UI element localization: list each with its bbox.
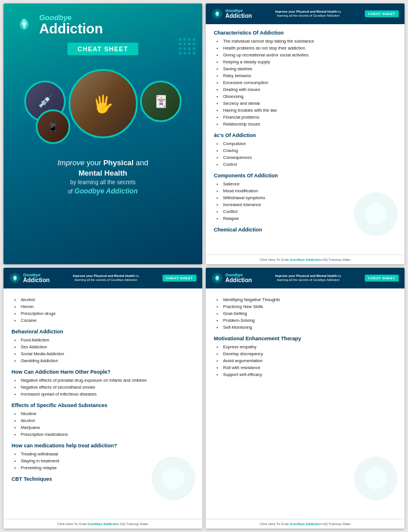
list-item: Food Addiction (21, 337, 194, 344)
list-item: Withdrawal symptoms (223, 195, 396, 202)
list-item: Goal-Setting (223, 310, 396, 317)
list-item: Relationship issues (223, 121, 396, 128)
list-item: Sex Addiction (21, 344, 194, 351)
header-logo-text-4: Goodbye Addiction (225, 273, 252, 284)
svg-point-7 (354, 457, 398, 500)
header-goodbye-4: Goodbye (225, 273, 252, 278)
page3-body: Alcohol Heroin Prescription drugs Cocain… (3, 288, 202, 519)
list-item: Saving stashes (223, 66, 396, 73)
header-logo-icon-2 (211, 8, 223, 20)
content-page-3: Goodbye Addiction Improve your Physical … (3, 268, 202, 529)
header-goodbye-2: Goodbye (225, 9, 252, 13)
cover-tagline: Improve your Physical and Mental Health … (58, 158, 149, 196)
list-item: Increased spread of infectious diseases (21, 391, 194, 398)
cover-your: your (86, 158, 101, 167)
cover-tagline-line4: of Goodbye Addiction (58, 187, 149, 196)
section-title-harm: How Can Addiction Harm Other People? (12, 369, 194, 375)
list-item: Marijuana (21, 424, 194, 431)
list-item: Heroin (21, 303, 194, 310)
page2-body: Characteristics Of Addiction The individ… (206, 24, 405, 254)
cover-image-3: 📱 (36, 109, 70, 144)
section-title-components: Components Of Addiction (214, 173, 396, 178)
header-logo-text-3: Goodbye Addiction (23, 273, 50, 284)
cover-tagline-line1: Improve your Physical and (58, 158, 149, 168)
cbt-techniques-list: Identifying Negative Thoughts Practicing… (214, 297, 396, 331)
list-item: Risky behavior (223, 73, 396, 79)
header-addiction-2: Addiction (225, 13, 252, 19)
page4-footer-brand[interactable]: Goodbye Addiction (290, 522, 322, 526)
list-item: Salience (223, 181, 396, 188)
list-item: Relapse (223, 215, 396, 222)
page2-header: Goodbye Addiction Improve your Physical … (206, 3, 405, 24)
section-title-motivational: Motivational Enhancement Therapy (214, 336, 396, 341)
list-item: Preventing relapse (21, 465, 194, 472)
section-title-effects: Effects of Specific Abused Substances (12, 402, 194, 408)
list-item: Financial problems (223, 114, 396, 121)
cover-image-main: 🖐 (69, 69, 138, 138)
svg-point-1 (22, 19, 26, 22)
page2-footer-brand[interactable]: Goodbye Addiction (290, 258, 322, 261)
cover-mental: Mental Health (78, 169, 127, 177)
section-title-chemical: Chemical Addiction (214, 227, 396, 233)
cover-decorative-dots (179, 38, 195, 55)
page4-footer-text: Click Here To Grab Goodbye Addiction HQ … (214, 522, 396, 526)
cover-of: of (68, 188, 73, 195)
page3-footer-text: Click Here To Grab Goodbye Addiction HQ … (12, 522, 194, 526)
header-addiction-3: Addiction (23, 277, 50, 283)
list-item: Cocaine (21, 317, 194, 324)
list-item: Mood modification (223, 188, 396, 195)
section-title-cbt: CBT Techniques (12, 476, 194, 482)
list-item: Gambling Addiction (21, 358, 194, 364)
header-logo-2: Goodbye Addiction (211, 8, 252, 20)
list-item: Obsessing (223, 93, 396, 100)
cover-tagline-line3: by learning all the secrets (58, 178, 149, 187)
page3-header: Goodbye Addiction Improve your Physical … (3, 268, 202, 288)
list-item: Compulsion (223, 140, 396, 147)
list-item: Control (223, 161, 396, 168)
list-item: Alcohol (21, 297, 194, 303)
list-item: Self-Monitoring (223, 324, 396, 331)
list-item: Avoid argumentation (223, 358, 396, 364)
characteristics-list: The individual cannot stop taking the su… (214, 38, 396, 128)
list-item: Increased tolerance (223, 202, 396, 208)
effects-list: Nicotine Alcohol Marijuana Prescription … (12, 411, 194, 438)
cover-image-2: 🃏 (140, 81, 182, 122)
list-item: Negative effects of prenatal drug exposu… (21, 377, 194, 384)
list-item: Excessive consumption (223, 79, 396, 86)
header-logo-3: Goodbye Addiction (9, 272, 50, 284)
cover-improve: Improve (58, 158, 85, 167)
list-item: Alcohol (21, 417, 194, 424)
list-item: Conflict (223, 208, 396, 215)
list-item: Consequences (223, 154, 396, 161)
page4-body: Identifying Negative Thoughts Practicing… (206, 288, 405, 519)
cover-logo-text: Goodbye Addiction (39, 13, 103, 36)
list-item: Keeping a steady supply (223, 59, 396, 66)
cheat-sheet-badge: CHEAT SHEET (67, 43, 139, 55)
behavioral-list: Food Addiction Sex Addiction Social Medi… (12, 337, 194, 364)
list-item: Express empathy (223, 344, 396, 351)
list-item: Social Media Addiction (21, 351, 194, 358)
header-addiction-4: Addiction (225, 277, 252, 283)
list-item: Support self-efficacy (223, 371, 396, 378)
section-title-behavioral: Behavioral Addiction (12, 329, 194, 335)
content-page-4: Goodbye Addiction Improve your Physical … (206, 268, 405, 529)
list-item: Giving up recreational and/or social act… (223, 52, 396, 59)
list-item: Prescription medications (21, 431, 194, 438)
cover-images: 💉 🖐 🃏 📱 (13, 63, 193, 144)
page3-footer-brand[interactable]: Goodbye Addiction (88, 522, 119, 526)
list-item: Prescription drugs (21, 310, 194, 317)
list-item: Practicing New Skills (223, 303, 396, 310)
list-item: The individual cannot stop taking the su… (223, 38, 396, 45)
header-tagline-4: Improve your Physical and Mental Health … (274, 274, 343, 282)
cover-tagline-line2: Mental Health (58, 168, 149, 178)
list-item: Identifying Negative Thoughts (223, 297, 396, 303)
list-item: Health problems do not stop their addict… (223, 45, 396, 52)
list-item: Develop discrepancy (223, 351, 396, 358)
cover-addiction-text: Addiction (39, 22, 103, 36)
list-item: Treating withdrawal (21, 451, 194, 458)
cover-logo-icon (13, 13, 36, 36)
list-item: Craving (223, 147, 396, 154)
motivational-list: Express empathy Develop discrepancy Avoi… (214, 344, 396, 378)
section-title-medications: How can medications help treat addiction… (12, 443, 194, 449)
header-logo-icon-4 (211, 272, 223, 284)
